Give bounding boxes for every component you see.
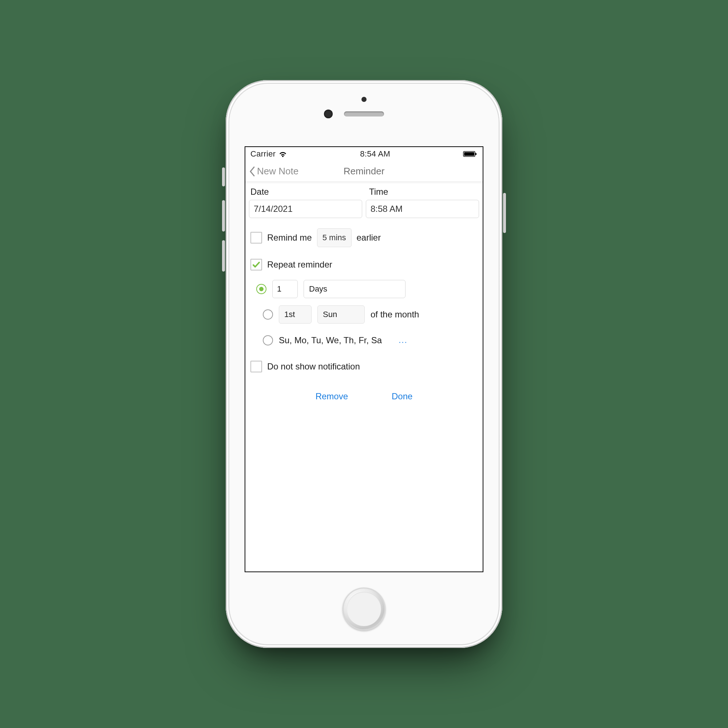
back-label: New Note (257, 166, 298, 177)
screen: Carrier 8:54 AM New (245, 146, 483, 572)
status-time: 8:54 AM (287, 149, 463, 159)
date-input[interactable]: 7/14/2021 (249, 200, 362, 218)
repeat-monthly-weekday[interactable]: Sun (317, 305, 365, 324)
nav-bar: New Note Reminder (245, 161, 483, 182)
chevron-left-icon (249, 166, 255, 177)
front-camera-icon (361, 97, 367, 102)
volume-up-button (222, 200, 225, 231)
repeat-interval-unit[interactable]: Days (304, 280, 405, 298)
earpiece (344, 112, 384, 116)
remind-earlier-interval[interactable]: 5 mins (317, 228, 352, 247)
volume-down-button (222, 240, 225, 272)
time-label: Time (364, 183, 483, 198)
repeat-weekdays-edit[interactable]: ... (399, 336, 407, 345)
carrier-label: Carrier (251, 149, 275, 159)
repeat-weekdays-radio[interactable] (263, 335, 273, 346)
proximity-sensor (324, 110, 333, 118)
remind-earlier-suffix: earlier (357, 232, 381, 243)
repeat-monthly-ordinal[interactable]: 1st (279, 305, 312, 324)
battery-icon (463, 151, 477, 157)
remind-earlier-prefix: Remind me (267, 232, 312, 243)
repeat-weekdays-list: Su, Mo, Tu, We, Th, Fr, Sa (279, 335, 382, 346)
time-input[interactable]: 8:58 AM (366, 200, 479, 218)
remind-earlier-checkbox[interactable] (251, 232, 262, 243)
mute-switch (222, 167, 225, 187)
repeat-monthly-suffix: of the month (370, 309, 419, 320)
done-button[interactable]: Done (392, 391, 412, 401)
repeat-checkbox[interactable] (251, 259, 262, 271)
repeat-label: Repeat reminder (267, 260, 332, 270)
svg-rect-1 (464, 152, 474, 156)
svg-rect-2 (476, 153, 476, 155)
repeat-monthly-radio[interactable] (263, 309, 273, 320)
home-button[interactable] (343, 587, 385, 630)
remove-button[interactable]: Remove (316, 391, 348, 401)
phone-frame: Carrier 8:54 AM New (226, 80, 502, 648)
no-notification-checkbox[interactable] (251, 361, 262, 372)
wifi-icon (278, 151, 287, 157)
repeat-interval-count[interactable]: 1 (272, 280, 298, 298)
repeat-interval-radio[interactable] (256, 284, 266, 294)
back-button[interactable]: New Note (245, 166, 298, 177)
date-label: Date (245, 183, 364, 198)
power-button (503, 193, 506, 233)
status-bar: Carrier 8:54 AM (245, 147, 483, 161)
no-notification-label: Do not show notification (267, 361, 360, 372)
